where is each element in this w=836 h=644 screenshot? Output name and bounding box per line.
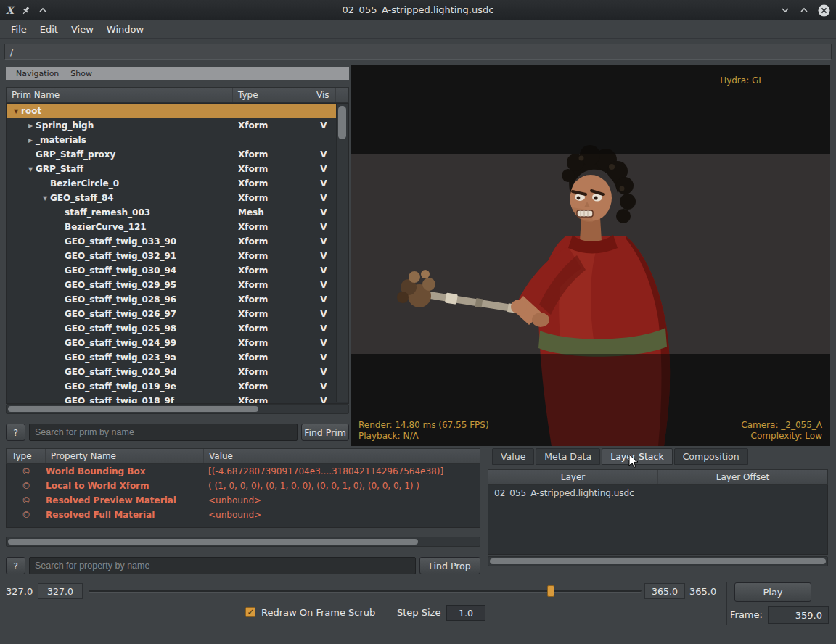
- prim-row[interactable]: GEO_staff_twig_028_96 Xform V: [7, 292, 336, 307]
- property-help-button[interactable]: ?: [6, 557, 25, 574]
- expand-arrow-icon[interactable]: ▼: [25, 166, 36, 173]
- tree-menu-navigation[interactable]: Navigation: [12, 69, 63, 78]
- prim-name-cell[interactable]: GEO_staff_twig_024_99: [7, 338, 233, 348]
- col-property-type[interactable]: Type: [7, 449, 46, 463]
- timeline-slider-handle[interactable]: [547, 585, 554, 597]
- prim-row[interactable]: BezierCurve_121 Xform V: [7, 220, 336, 234]
- col-property-name[interactable]: Property Name: [46, 449, 204, 463]
- layer-hscroll-thumb[interactable]: [490, 558, 826, 564]
- prim-vis-toggle[interactable]: V: [311, 294, 336, 305]
- prim-vis-toggle[interactable]: V: [311, 149, 336, 160]
- layer-row[interactable]: 02_055_A-stripped.lighting.usdc: [488, 485, 827, 501]
- expand-arrow-icon[interactable]: ▼: [40, 195, 50, 202]
- tree-vscroll-thumb[interactable]: [338, 106, 346, 139]
- expand-arrow-icon[interactable]: ▼: [11, 108, 21, 115]
- find-prop-button[interactable]: Find Prop: [419, 557, 480, 574]
- layer-table[interactable]: 02_055_A-stripped.lighting.usdc: [488, 485, 828, 555]
- prim-name-cell[interactable]: GEO_staff_twig_020_9d: [7, 367, 233, 377]
- prim-vis-toggle[interactable]: V: [311, 381, 336, 392]
- property-table[interactable]: © World Bounding Box [(-4.68728073909170…: [6, 464, 480, 528]
- prim-vis-toggle[interactable]: V: [311, 120, 336, 131]
- menu-view[interactable]: View: [65, 20, 100, 39]
- prim-row[interactable]: staff_remesh_003 Mesh V: [7, 205, 336, 220]
- prim-name-cell[interactable]: ▶_materials: [7, 135, 233, 145]
- titlebar[interactable]: 02_055_A-stripped.lighting.usdc X: [0, 0, 836, 20]
- step-size-field[interactable]: 1.0: [446, 605, 485, 621]
- titlebar-menu-chevron-icon[interactable]: [780, 6, 790, 15]
- prim-vis-toggle[interactable]: V: [311, 164, 336, 174]
- prim-name-cell[interactable]: GEO_staff_twig_033_90: [7, 236, 233, 247]
- prim-path-field[interactable]: /: [4, 44, 832, 60]
- prim-search-input[interactable]: [29, 424, 298, 441]
- prim-help-button[interactable]: ?: [6, 424, 25, 441]
- tree-menu-show[interactable]: Show: [66, 69, 97, 78]
- prim-vis-toggle[interactable]: V: [311, 236, 336, 247]
- menu-edit[interactable]: Edit: [33, 20, 65, 39]
- layer-hscrollbar[interactable]: [488, 556, 828, 566]
- tab-meta-data[interactable]: Meta Data: [536, 448, 600, 465]
- prim-name-cell[interactable]: ▶Spring_high: [7, 120, 233, 131]
- prim-row[interactable]: ▼GEO_staff_84 Xform V: [7, 191, 336, 205]
- prim-row[interactable]: GEO_staff_twig_029_95 Xform V: [7, 278, 336, 292]
- prim-name-cell[interactable]: BezierCircle_0: [7, 178, 233, 189]
- prim-row[interactable]: GEO_staff_twig_032_91 Xform V: [7, 249, 336, 263]
- prim-name-cell[interactable]: ▼GRP_Staff: [7, 164, 233, 174]
- timeline-groove[interactable]: [89, 590, 642, 593]
- prim-vis-toggle[interactable]: V: [311, 338, 336, 348]
- prim-row[interactable]: GEO_staff_twig_024_99 Xform V: [7, 336, 336, 350]
- prim-tree[interactable]: ▼root ▶Spring_high Xform V ▶_materials G…: [6, 103, 349, 404]
- prim-name-cell[interactable]: GEO_staff_twig_026_97: [7, 309, 233, 319]
- prim-name-cell[interactable]: BezierCurve_121: [7, 222, 233, 232]
- property-row[interactable]: © Local to World Xform ( (1, 0, 0, 0), (…: [7, 479, 480, 493]
- property-row[interactable]: © World Bounding Box [(-4.68728073909170…: [7, 464, 480, 479]
- frame-field[interactable]: 359.0: [768, 606, 829, 624]
- prim-vis-toggle[interactable]: V: [311, 309, 336, 319]
- expand-arrow-icon[interactable]: ▶: [25, 137, 36, 144]
- prim-row[interactable]: ▶_materials: [7, 133, 336, 147]
- property-hscroll-thumb[interactable]: [8, 539, 418, 545]
- prim-vis-toggle[interactable]: V: [311, 280, 336, 290]
- redraw-checkbox[interactable]: [245, 607, 255, 617]
- tab-layer-stack[interactable]: Layer Stack: [602, 448, 672, 465]
- prim-row[interactable]: GRP_Staff_proxy Xform V: [7, 147, 336, 162]
- prim-vis-toggle[interactable]: V: [311, 367, 336, 377]
- prim-row[interactable]: GEO_staff_twig_019_9e Xform V: [7, 379, 336, 394]
- menu-file[interactable]: File: [4, 20, 33, 39]
- prim-row[interactable]: ▼root: [7, 104, 336, 118]
- tree-hscrollbar[interactable]: [6, 404, 349, 414]
- col-vis[interactable]: Vis: [311, 88, 336, 102]
- tree-hscroll-thumb[interactable]: [8, 406, 258, 412]
- prim-vis-toggle[interactable]: V: [311, 265, 336, 276]
- prim-vis-toggle[interactable]: V: [311, 178, 336, 189]
- menu-window[interactable]: Window: [100, 20, 150, 39]
- maximize-icon[interactable]: [799, 6, 809, 15]
- prim-name-cell[interactable]: GEO_staff_twig_023_9a: [7, 352, 233, 363]
- prim-vis-toggle[interactable]: V: [311, 352, 336, 363]
- prim-name-cell[interactable]: GRP_Staff_proxy: [7, 149, 233, 160]
- property-search-input[interactable]: [29, 557, 416, 574]
- range-start-field[interactable]: 327.0: [38, 583, 83, 599]
- property-row[interactable]: © Resolved Preview Material <unbound>: [7, 493, 480, 508]
- tab-composition[interactable]: Composition: [674, 448, 748, 465]
- prim-row[interactable]: ▼GRP_Staff Xform V: [7, 162, 336, 176]
- prim-name-cell[interactable]: ▼root: [7, 106, 233, 116]
- prim-row[interactable]: GEO_staff_twig_030_94 Xform V: [7, 263, 336, 278]
- find-prim-button[interactable]: Find Prim: [301, 424, 349, 441]
- prim-name-cell[interactable]: GEO_staff_twig_032_91: [7, 251, 233, 261]
- prim-vis-toggle[interactable]: V: [311, 193, 336, 203]
- tab-value[interactable]: Value: [492, 448, 534, 465]
- property-hscrollbar[interactable]: [6, 537, 480, 547]
- prim-row[interactable]: GEO_staff_twig_020_9d Xform V: [7, 365, 336, 379]
- expand-arrow-icon[interactable]: ▶: [25, 123, 36, 129]
- prim-name-cell[interactable]: staff_remesh_003: [7, 207, 233, 218]
- col-type[interactable]: Type: [233, 88, 311, 102]
- prim-name-cell[interactable]: GEO_staff_twig_030_94: [7, 265, 233, 276]
- property-row[interactable]: © Resolved Full Material <unbound>: [7, 508, 480, 522]
- prim-vis-toggle[interactable]: V: [311, 396, 336, 404]
- prim-name-cell[interactable]: GEO_staff_twig_028_96: [7, 294, 233, 305]
- viewport[interactable]: Hydra: GL Render: 14.80 ms (67.55 FPS) P…: [351, 65, 830, 446]
- col-property-value[interactable]: Value: [204, 449, 480, 463]
- prim-name-cell[interactable]: GEO_staff_twig_018_9f: [7, 396, 233, 404]
- prim-vis-toggle[interactable]: V: [311, 222, 336, 232]
- col-layer[interactable]: Layer: [488, 470, 658, 484]
